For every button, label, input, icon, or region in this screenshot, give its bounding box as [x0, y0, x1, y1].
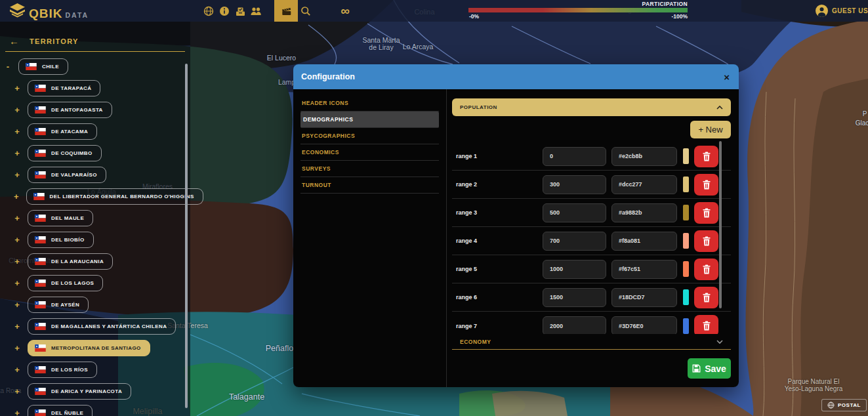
range-hex-input[interactable] — [611, 232, 677, 251]
modal-tab[interactable]: HEADER ICONS — [300, 95, 439, 112]
tree-toggle-icon[interactable]: + — [14, 365, 20, 374]
territory-item-button[interactable]: DE TARAPACÁ — [28, 80, 100, 96]
range-value-input[interactable] — [543, 316, 606, 334]
tree-toggle-icon[interactable]: + — [14, 322, 20, 331]
videos-icon[interactable] — [274, 0, 298, 22]
economy-accordion-header[interactable]: ECONOMY — [452, 334, 731, 350]
save-button[interactable]: Save — [688, 358, 731, 379]
range-color-swatch[interactable] — [683, 261, 689, 277]
chile-flag-icon — [35, 409, 46, 416]
delete-range-button[interactable] — [694, 315, 718, 334]
territory-item-label: DE COQUIMBO — [51, 150, 93, 156]
top-nav: ∞ — [201, 0, 357, 22]
range-hex-input[interactable] — [611, 175, 677, 194]
territory-item-button[interactable]: DEL ÑUBLE — [28, 405, 93, 416]
range-hex-input[interactable] — [611, 147, 677, 166]
territory-item-button[interactable]: DEL LIBERTADOR GENERAL BERNARDO O'HIGGIN… — [26, 188, 203, 205]
brand-logo[interactable]: QBIK DATA — [9, 3, 89, 21]
user-menu[interactable]: GUEST USER — [816, 0, 868, 22]
globe-icon[interactable] — [201, 0, 217, 22]
territory-item-button[interactable]: DE MAGALLANES Y ANTÁRTICA CHILENA — [28, 318, 176, 335]
range-color-swatch[interactable] — [683, 318, 689, 334]
modal-tab[interactable]: PSYCOGRAPHICS — [300, 128, 439, 144]
range-color-swatch[interactable] — [683, 148, 689, 164]
modal-tab[interactable]: SURVEYS — [300, 161, 439, 177]
ballot-box-icon[interactable] — [232, 0, 248, 22]
territory-item-button[interactable]: DE COQUIMBO — [28, 145, 102, 161]
range-color-swatch[interactable] — [683, 205, 689, 220]
territory-tree-row: + DE LA ARAUCANIA — [0, 251, 190, 272]
users-icon[interactable] — [248, 0, 264, 22]
close-icon[interactable]: × — [724, 72, 730, 82]
delete-range-button[interactable] — [694, 259, 718, 280]
modal-tab[interactable]: TURNOUT — [300, 177, 439, 194]
population-accordion-header[interactable]: POPULATION — [452, 98, 731, 116]
range-row: range 2 — [452, 171, 731, 199]
range-value-input[interactable] — [543, 203, 606, 222]
range-hex-input[interactable] — [611, 260, 677, 279]
tree-toggle-icon[interactable]: + — [14, 236, 20, 244]
delete-range-button[interactable] — [694, 146, 718, 167]
chile-flag-icon — [35, 258, 46, 265]
tree-toggle-icon[interactable]: + — [14, 192, 19, 201]
territory-item-button[interactable]: DE ANTOFAGASTA — [28, 102, 112, 118]
tree-toggle-icon[interactable]: + — [14, 149, 20, 157]
range-value-input[interactable] — [543, 147, 606, 166]
territory-item-button[interactable]: DE LOS RÍOS — [28, 362, 97, 378]
tree-toggle-icon[interactable]: + — [14, 409, 20, 416]
tree-toggle-icon[interactable]: + — [14, 387, 20, 396]
tree-toggle-icon[interactable]: + — [14, 171, 20, 179]
tree-toggle-icon[interactable]: + — [14, 257, 20, 266]
territory-item-button[interactable]: DEL MAULE — [28, 210, 93, 226]
info-icon[interactable] — [217, 0, 232, 22]
range-value-input[interactable] — [543, 175, 606, 194]
range-value-input[interactable] — [543, 232, 606, 251]
territory-item-button[interactable]: DE LA ARAUCANIA — [28, 253, 113, 270]
territory-item-button[interactable]: DEL BIOBÍO — [28, 232, 94, 248]
tree-toggle-icon[interactable]: + — [14, 214, 20, 222]
tree-toggle-icon[interactable]: + — [14, 127, 20, 136]
territory-item-button[interactable]: METROPOLITANA DE SANTIAGO — [28, 340, 150, 356]
new-range-button[interactable]: + New — [690, 121, 731, 138]
postal-button[interactable]: POSTAL — [821, 399, 867, 411]
territory-item-button[interactable]: DE ATACAMA — [28, 123, 97, 140]
delete-range-button[interactable] — [694, 230, 718, 252]
modal-tab[interactable]: DEMOGRAPHICS — [300, 112, 439, 128]
territory-tree-row: + DE LOS LAGOS — [0, 272, 190, 294]
tree-toggle-icon[interactable]: + — [14, 279, 20, 287]
territory-item-label: DEL MAULE — [51, 215, 84, 221]
territory-item-button[interactable]: DE LOS LAGOS — [28, 275, 103, 291]
range-color-swatch[interactable] — [683, 289, 689, 305]
range-hex-input[interactable] — [611, 316, 677, 334]
sidebar-scrollbar[interactable] — [185, 64, 188, 408]
range-hex-input[interactable] — [611, 288, 677, 307]
territory-item-button[interactable]: DE AYSÉN — [28, 297, 89, 313]
territory-item-button[interactable]: DE VALPARAÍSO — [28, 167, 106, 183]
tree-toggle-icon[interactable]: + — [14, 344, 20, 352]
content-scrollbar[interactable] — [719, 141, 722, 308]
range-value-input[interactable] — [543, 260, 606, 279]
territory-item-button[interactable]: DE ARICA Y PARINACOTA — [28, 383, 131, 400]
delete-range-button[interactable] — [694, 174, 718, 196]
territory-tree-row: + DE TARAPACÁ — [0, 77, 190, 99]
participation-gradient-slider[interactable] — [468, 8, 688, 12]
range-hex-input[interactable] — [611, 203, 677, 222]
tree-toggle-icon[interactable]: + — [14, 84, 20, 93]
range-color-swatch[interactable] — [683, 177, 689, 192]
tree-toggle-icon[interactable]: + — [14, 106, 20, 114]
territory-tree-row: + DEL BIOBÍO — [0, 229, 190, 251]
tree-toggle-icon[interactable]: - — [5, 62, 11, 71]
back-arrow-icon[interactable]: ← — [9, 36, 19, 46]
delete-range-button[interactable] — [694, 202, 718, 224]
chile-flag-icon — [35, 323, 46, 330]
meta-icon[interactable]: ∞ — [333, 0, 357, 22]
delete-range-button[interactable] — [694, 287, 718, 308]
tree-toggle-icon[interactable]: + — [14, 301, 20, 309]
search-icon[interactable] — [298, 0, 314, 22]
globe-icon — [827, 402, 835, 409]
modal-tab[interactable]: ECONOMICS — [300, 144, 439, 161]
range-color-swatch[interactable] — [683, 233, 689, 249]
territory-item-label: DEL LIBERTADOR GENERAL BERNARDO O'HIGGIN… — [50, 194, 194, 199]
range-value-input[interactable] — [543, 288, 606, 307]
territory-item-button[interactable]: CHILE — [18, 58, 68, 75]
